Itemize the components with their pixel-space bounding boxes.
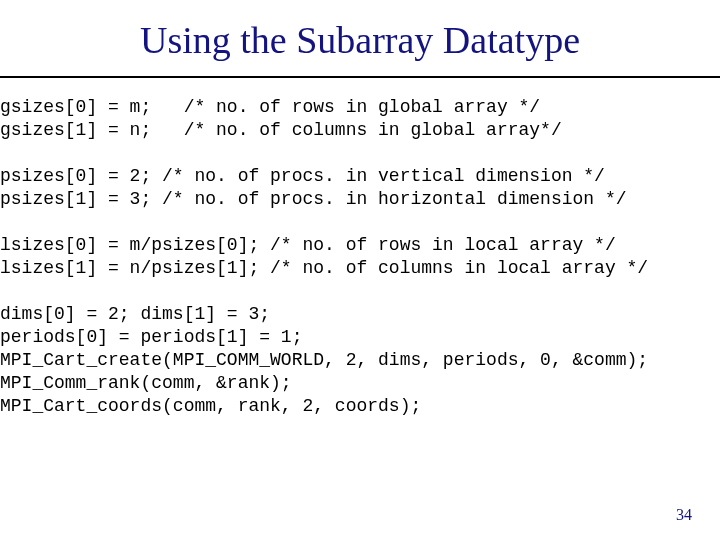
page-number: 34 <box>676 506 692 524</box>
slide-title: Using the Subarray Datatype <box>0 0 720 70</box>
code-block: gsizes[0] = m; /* no. of rows in global … <box>0 78 720 418</box>
slide: Using the Subarray Datatype gsizes[0] = … <box>0 0 720 540</box>
